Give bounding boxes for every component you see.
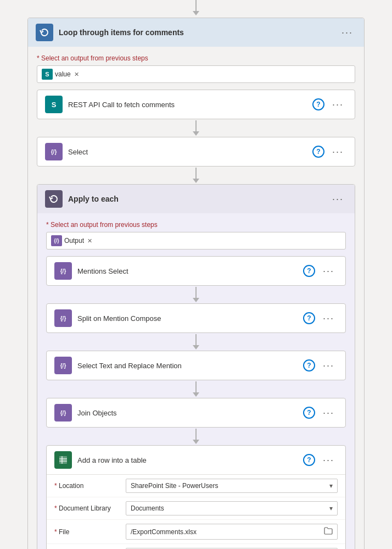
connector-3	[193, 287, 199, 302]
mentions-select-actions: ? ···	[303, 264, 338, 278]
apply-token-input[interactable]: {/} Output ✕	[46, 232, 346, 249]
connector-6	[193, 429, 199, 444]
split-header: {/} Split on Mention Compose ? ···	[47, 304, 345, 332]
split-step: {/} Split on Mention Compose ? ···	[46, 303, 346, 333]
add-row-header: Add a row into a table ? ···	[47, 446, 345, 474]
loop-header-left: Loop through items for comments	[36, 24, 184, 41]
mentions-select-header: {/} Mentions Select ? ···	[47, 257, 345, 285]
loop-token: S value ✕	[42, 69, 79, 80]
apply-token-label: Output	[64, 237, 84, 245]
join-header: {/} Join Objects ? ···	[47, 398, 345, 427]
svg-rect-0	[59, 456, 67, 464]
apply-icon	[45, 190, 63, 208]
join-help-button[interactable]: ?	[303, 407, 315, 419]
mentions-select-more-button[interactable]: ···	[320, 264, 338, 278]
apply-title: Apply to each	[68, 195, 119, 203]
select-header: {/} Select ? ···	[37, 137, 355, 166]
rest-api-more-button[interactable]: ···	[329, 98, 347, 112]
select-header-left: {/} Select	[45, 143, 88, 160]
location-dropdown-arrow: ▾	[329, 482, 333, 490]
apply-token: {/} Output ✕	[51, 235, 92, 246]
loop-icon	[36, 24, 53, 41]
rest-api-actions: ? ···	[312, 98, 347, 112]
loop-block: Loop through items for comments ··· * Se…	[27, 18, 365, 549]
loop-select-label: * Select an output from previous steps	[37, 54, 355, 62]
doc-library-dropdown-arrow: ▾	[329, 504, 333, 512]
apply-header-left: Apply to each	[45, 190, 119, 208]
apply-token-icon: {/}	[51, 235, 62, 246]
loop-token-close[interactable]: ✕	[74, 71, 79, 78]
rest-api-step: S REST API Call to fetch comments ? ···	[37, 90, 355, 119]
mentions-select-title: Mentions Select	[77, 267, 128, 275]
add-row-help-button[interactable]: ?	[303, 454, 315, 466]
file-value[interactable]: /ExportComments.xlsx	[126, 524, 338, 540]
apply-inner-flow: {/} Mentions Select ? ···	[46, 256, 346, 549]
file-folder-icon	[324, 527, 333, 536]
file-row: * File /ExportComments.xlsx	[47, 520, 345, 544]
select-step: {/} Select ? ···	[37, 137, 355, 167]
select-text-title: Select Text and Replace Mention	[77, 362, 182, 370]
split-header-left: {/} Split on Mention Compose	[54, 309, 161, 327]
rest-api-step-wrapper: S REST API Call to fetch comments ? ···	[37, 90, 355, 119]
join-title: Join Objects	[77, 409, 117, 417]
add-row-more-button[interactable]: ···	[320, 453, 338, 467]
doc-library-row: * Document Library Documents ▾	[47, 497, 345, 520]
mentions-select-wrapper: {/} Mentions Select ? ···	[46, 256, 346, 286]
select-title: Select	[68, 148, 88, 156]
split-title: Split on Mention Compose	[77, 314, 161, 323]
join-more-button[interactable]: ···	[320, 406, 338, 420]
join-step: {/} Join Objects ? ···	[46, 398, 346, 428]
loop-more-button[interactable]: ···	[338, 26, 356, 40]
mentions-select-step: {/} Mentions Select ? ···	[46, 256, 346, 286]
select-text-header: {/} Select Text and Replace Mention ? ··…	[47, 351, 345, 380]
doc-library-value[interactable]: Documents ▾	[126, 501, 338, 515]
table-row: * Table Table1 ▾	[47, 544, 345, 549]
select-text-more-button[interactable]: ···	[320, 359, 338, 373]
apply-more-button[interactable]: ···	[329, 192, 347, 206]
mentions-select-help-button[interactable]: ?	[303, 265, 315, 277]
apply-select-label: * Select an output from previous steps	[46, 221, 346, 229]
rest-api-header-left: S REST API Call to fetch comments	[45, 96, 175, 113]
apply-block: Apply to each ··· * Select an output fro…	[37, 184, 355, 549]
apply-body: * Select an output from previous steps {…	[37, 213, 355, 549]
mentions-select-icon: {/}	[54, 262, 72, 280]
top-connector	[193, 0, 199, 15]
select-text-help-button[interactable]: ?	[303, 359, 315, 371]
select-text-icon: {/}	[54, 357, 72, 374]
split-icon: {/}	[54, 309, 72, 327]
join-actions: ? ···	[303, 406, 338, 420]
select-text-header-left: {/} Select Text and Replace Mention	[54, 357, 182, 374]
loop-header: Loop through items for comments ···	[28, 18, 364, 47]
connector-2	[193, 168, 199, 183]
location-value[interactable]: SharePoint Site - PowerUsers ▾	[126, 479, 338, 493]
loop-token-label: value	[55, 70, 71, 78]
add-row-fields: * Location SharePoint Site - PowerUsers …	[47, 474, 345, 549]
connector-4	[193, 334, 199, 350]
apply-token-close[interactable]: ✕	[87, 237, 92, 245]
add-row-actions: ? ···	[303, 453, 338, 467]
select-text-step: {/} Select Text and Replace Mention ? ··…	[46, 351, 346, 380]
rest-api-help-button[interactable]: ?	[312, 98, 324, 110]
loop-token-icon: S	[42, 69, 53, 80]
add-row-header-left: Add a row into a table	[54, 451, 147, 469]
select-help-button[interactable]: ?	[312, 146, 324, 158]
join-icon: {/}	[54, 404, 72, 422]
add-row-title: Add a row into a table	[77, 456, 147, 464]
split-step-wrapper: {/} Split on Mention Compose ? ···	[46, 303, 346, 333]
split-more-button[interactable]: ···	[320, 312, 338, 325]
apply-header: Apply to each ···	[37, 185, 355, 213]
location-row: * Location SharePoint Site - PowerUsers …	[47, 475, 345, 497]
loop-token-input[interactable]: S value ✕	[37, 65, 355, 83]
rest-api-icon: S	[45, 96, 63, 113]
select-text-step-wrapper: {/} Select Text and Replace Mention ? ··…	[46, 351, 346, 380]
split-help-button[interactable]: ?	[303, 312, 315, 324]
rest-api-title: REST API Call to fetch comments	[68, 101, 175, 109]
add-row-step: Add a row into a table ? ···	[46, 445, 346, 549]
select-more-button[interactable]: ···	[329, 145, 347, 159]
connector-5	[193, 381, 199, 397]
doc-library-label: * Document Library	[54, 504, 126, 512]
mentions-select-header-left: {/} Mentions Select	[54, 262, 128, 280]
split-actions: ? ···	[303, 312, 338, 325]
add-row-step-wrapper: Add a row into a table ? ···	[46, 445, 346, 549]
connector-1	[193, 120, 199, 136]
